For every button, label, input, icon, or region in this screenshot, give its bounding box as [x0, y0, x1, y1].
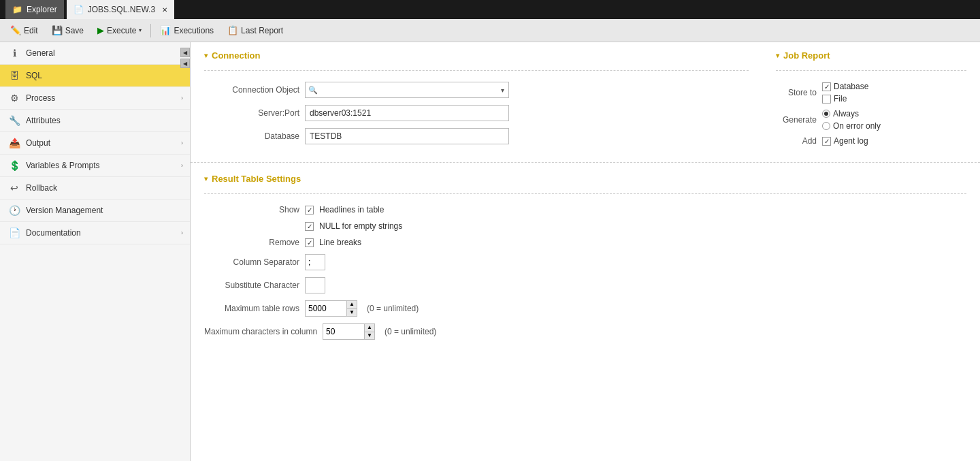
substitute-char-row: Substitute Character [204, 277, 966, 293]
sidebar: ℹ General › 🗄 SQL ⚙ Process › 🔧 Attribut… [0, 42, 191, 461]
headlines-checkbox[interactable] [305, 206, 314, 214]
sidebar-item-output[interactable]: 📤 Output › [0, 132, 190, 155]
output-chevron-icon: › [181, 140, 183, 146]
connection-title: Connection [212, 50, 261, 61]
connection-search-icon: 🔍 [308, 86, 318, 95]
executions-button[interactable]: 📊 Executions [154, 22, 220, 38]
database-input[interactable] [305, 128, 509, 144]
on-error-only-radio[interactable] [822, 122, 830, 130]
max-rows-input[interactable] [306, 301, 346, 316]
remove-linebreaks-row: Remove Line breaks [204, 238, 966, 247]
explorer-tab[interactable]: 📁 Explorer [5, 0, 64, 19]
store-to-label: Store to [776, 88, 817, 97]
title-bar: 📁 Explorer 📄 JOBS.SQL.NEW.3 ✕ [0, 0, 980, 19]
connection-object-input[interactable] [320, 85, 500, 95]
documentation-chevron-icon: › [181, 229, 183, 236]
store-database-option: Database [822, 82, 868, 91]
max-chars-down-btn[interactable]: ▼ [365, 332, 374, 340]
connection-collapse-icon[interactable]: ▾ [204, 52, 208, 59]
job-report-divider [776, 70, 966, 71]
result-table-header: ▾ Result Table Settings [204, 174, 966, 184]
sidebar-item-sql[interactable]: 🗄 SQL [0, 65, 190, 87]
save-label: Save [65, 26, 84, 35]
execute-icon: ▶ [97, 25, 104, 35]
agent-log-label: Agent log [834, 136, 868, 146]
sidebar-item-general[interactable]: ℹ General › [0, 42, 190, 65]
execute-dropdown-icon[interactable]: ▾ [139, 27, 142, 33]
close-tab-icon[interactable]: ✕ [162, 6, 167, 14]
max-chars-row: Maximum characters in column ▲ ▼ (0 = un… [204, 323, 966, 340]
max-rows-up-btn[interactable]: ▲ [347, 301, 357, 308]
job-report-collapse-icon[interactable]: ▾ [776, 52, 779, 59]
connection-section: ▾ Connection Connection Object 🔍 ▾ Serve… [191, 42, 762, 162]
last-report-label: Last Report [241, 26, 283, 35]
sidebar-item-documentation[interactable]: 📄 Documentation › [0, 222, 190, 244]
null-checkbox[interactable] [305, 222, 314, 231]
substitute-char-label: Substitute Character [204, 281, 299, 290]
toolbar: ✏️ Edit 💾 Save ▶ Execute ▾ 📊 Executions … [0, 19, 980, 42]
server-port-label: Server:Port [204, 108, 299, 118]
content-area: ▾ Connection Connection Object 🔍 ▾ Serve… [191, 42, 980, 461]
result-table-collapse-icon[interactable]: ▾ [204, 175, 208, 182]
save-button[interactable]: 💾 Save [46, 22, 90, 38]
sidebar-label-variables: Variables & Prompts [26, 161, 100, 170]
explorer-tab-label: Explorer [27, 5, 57, 14]
sidebar-label-attributes: Attributes [26, 116, 61, 125]
database-label: Database [204, 131, 299, 141]
store-file-checkbox[interactable] [822, 95, 831, 104]
process-icon: ⚙ [8, 93, 20, 104]
on-error-only-label: On error only [833, 121, 881, 131]
sidebar-label-process: Process [26, 93, 55, 103]
job-report-section: ▾ Job Report Store to Database File [762, 42, 980, 162]
sidebar-collapse-btn[interactable]: ◀ ◀ [180, 48, 190, 68]
result-table-section: ▾ Result Table Settings Show Headlines i… [191, 163, 980, 355]
edit-button[interactable]: ✏️ Edit [4, 22, 44, 38]
agent-log-checkbox[interactable] [822, 137, 831, 146]
last-report-icon: 📋 [227, 25, 238, 35]
store-database-checkbox[interactable] [822, 82, 831, 91]
max-rows-hint: (0 = unlimited) [367, 304, 419, 313]
execute-button[interactable]: ▶ Execute ▾ [91, 22, 148, 38]
max-rows-label: Maximum table rows [204, 304, 299, 313]
max-chars-up-btn[interactable]: ▲ [365, 324, 374, 332]
variables-icon: 💲 [8, 160, 20, 171]
connection-object-input-wrapper[interactable]: 🔍 ▾ [305, 82, 509, 98]
store-database-label: Database [834, 82, 868, 91]
active-tab[interactable]: 📄 JOBS.SQL.NEW.3 ✕ [67, 0, 174, 19]
sidebar-item-rollback[interactable]: ↩ Rollback [0, 177, 190, 200]
sidebar-item-attributes[interactable]: 🔧 Attributes [0, 110, 190, 132]
sidebar-label-documentation: Documentation [26, 228, 81, 238]
process-chevron-icon: › [181, 95, 183, 101]
result-table-title: Result Table Settings [212, 174, 301, 184]
max-chars-spinner-btns: ▲ ▼ [364, 324, 374, 339]
sql-icon: 🗄 [8, 70, 20, 81]
sidebar-item-process[interactable]: ⚙ Process › [0, 87, 190, 110]
show-label: Show [204, 205, 299, 214]
connection-object-dropdown[interactable]: ▾ [500, 86, 506, 94]
attributes-icon: 🔧 [8, 115, 20, 126]
on-error-only-option: On error only [822, 121, 881, 131]
edit-icon: ✏️ [10, 25, 21, 35]
substitute-char-input[interactable] [305, 277, 325, 293]
max-chars-input[interactable] [323, 324, 364, 339]
store-to-options: Database File [822, 82, 868, 104]
last-report-button[interactable]: 📋 Last Report [221, 22, 289, 38]
rollback-icon: ↩ [8, 182, 20, 193]
headlines-label: Headlines in table [319, 205, 384, 214]
always-radio[interactable] [822, 110, 830, 118]
sidebar-item-version[interactable]: 🕐 Version Management [0, 200, 190, 222]
linebreaks-checkbox[interactable] [305, 238, 314, 247]
variables-chevron-icon: › [181, 162, 183, 169]
general-icon: ℹ [8, 48, 20, 59]
always-label: Always [833, 109, 859, 118]
store-file-label: File [834, 94, 847, 104]
max-chars-spinner[interactable]: ▲ ▼ [323, 323, 375, 340]
server-port-input[interactable] [305, 105, 509, 121]
sidebar-item-variables[interactable]: 💲 Variables & Prompts › [0, 155, 190, 177]
sidebar-label-output: Output [26, 138, 50, 148]
max-rows-down-btn[interactable]: ▼ [347, 308, 357, 317]
column-separator-input[interactable] [305, 254, 325, 270]
executions-label: Executions [174, 26, 214, 35]
sidebar-label-version: Version Management [26, 206, 103, 215]
max-rows-spinner[interactable]: ▲ ▼ [305, 300, 357, 317]
